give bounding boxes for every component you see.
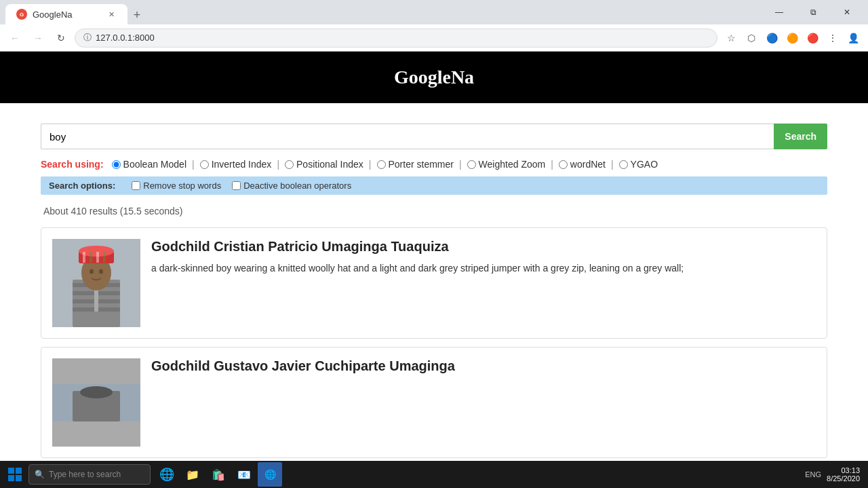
app-title: GoogleNa [394, 67, 474, 88]
page-content: GoogleNa Search Search using: Boolean Mo… [0, 52, 868, 488]
tab-area: G GoogleNa ✕ + [5, 0, 758, 24]
active-tab[interactable]: G GoogleNa ✕ [5, 4, 127, 24]
extension-icon3[interactable]: 🟠 [783, 29, 802, 48]
result-card-2: Godchild Gustavo Javier Cuchiparte Umagi… [41, 347, 827, 458]
radio-inverted-index[interactable]: Inverted Index [200, 159, 272, 170]
back-button[interactable]: ← [5, 29, 24, 48]
svg-rect-23 [8, 468, 14, 474]
result-thumbnail-2 [52, 358, 140, 447]
svg-rect-24 [16, 468, 22, 474]
address-bar: ← → ↻ ⓘ 127.0.0.1:8000 ☆ ⬡ 🔵 🟠 🔴 ⋮ 👤 [0, 24, 868, 52]
svg-point-22 [80, 386, 113, 398]
taskbar-pinned-apps: 🌐 📁 🛍️ 📧 🌐 [155, 462, 282, 487]
taskbar: 🔍 Type here to search 🌐 📁 🛍️ 📧 🌐 ENG 03:… [0, 461, 868, 488]
taskbar-edge[interactable]: 🌐 [155, 462, 179, 487]
more-icon[interactable]: ⋮ [823, 29, 842, 48]
taskbar-chrome[interactable]: 🌐 [258, 462, 282, 487]
radio-ygao[interactable]: YGAO [619, 159, 658, 170]
window-controls: — ⧉ ✕ [764, 0, 863, 24]
radio-wordnet[interactable]: wordNet [559, 159, 606, 170]
taskbar-search-icon: 🔍 [35, 470, 45, 479]
extension-icon4[interactable]: 🔴 [803, 29, 822, 48]
taskbar-date: 8/25/2020 [827, 474, 860, 483]
browser-window: G GoogleNa ✕ + — ⧉ ✕ ← → ↻ ⓘ 127.0.0.1:8… [0, 0, 868, 488]
profile-icon[interactable]: 👤 [844, 29, 863, 48]
checkbox-remove-stop-words[interactable]: Remove stop words [132, 181, 221, 191]
radio-porter-stemmer[interactable]: Porter stemmer [377, 159, 454, 170]
tab-close-button[interactable]: ✕ [106, 9, 117, 20]
result-card-1: Godchild Cristian Patricio Umaginga Tuaq… [41, 227, 827, 339]
main-content: Search Search using: Boolean Model | Inv… [0, 103, 868, 472]
result-image-2 [52, 384, 140, 421]
sep3: | [369, 159, 372, 170]
results-count: About 410 results (15.5 seconds) [41, 206, 827, 217]
extension-icon2[interactable]: 🔵 [762, 29, 781, 48]
checkbox-deactive-boolean[interactable]: Deactive boolean operators [232, 181, 351, 191]
search-box[interactable]: 🔍 Type here to search [28, 464, 151, 485]
svg-rect-26 [16, 475, 22, 481]
taskbar-store[interactable]: 🛍️ [206, 462, 231, 487]
result-content-2: Godchild Gustavo Javier Cuchiparte Umagi… [151, 358, 816, 381]
search-using-label: Search using: [41, 159, 104, 170]
taskbar-explorer[interactable]: 📁 [180, 462, 205, 487]
taskbar-email[interactable]: 📧 [232, 462, 256, 487]
svg-point-19 [99, 269, 103, 274]
url-bar[interactable]: ⓘ 127.0.0.1:8000 [75, 29, 717, 48]
search-bar-row: Search [41, 124, 827, 149]
svg-rect-14 [83, 252, 85, 263]
taskbar-clock: 03:13 8/25/2020 [827, 466, 860, 483]
bookmark-icon[interactable]: ☆ [722, 29, 741, 48]
taskbar-lang: ENG [805, 470, 821, 478]
minimize-button[interactable]: — [764, 0, 795, 24]
maximize-button[interactable]: ⧉ [797, 0, 829, 24]
start-button[interactable] [3, 462, 27, 487]
sep6: | [611, 159, 614, 170]
forward-button[interactable]: → [28, 29, 47, 48]
reload-button[interactable]: ↻ [52, 29, 71, 48]
svg-rect-16 [96, 252, 99, 263]
tab-favicon: G [16, 9, 27, 20]
search-options-bar: Search options: Remove stop words Deacti… [41, 176, 827, 195]
taskbar-search-placeholder: Type here to search [49, 470, 121, 479]
result-image-1 [52, 239, 140, 327]
svg-point-18 [90, 269, 94, 274]
svg-rect-25 [8, 475, 14, 481]
search-using-row: Search using: Boolean Model | Inverted I… [41, 159, 827, 170]
radio-boolean-model[interactable]: Boolean Model [112, 159, 186, 170]
extension-icon1[interactable]: ⬡ [742, 29, 761, 48]
title-bar: G GoogleNa ✕ + — ⧉ ✕ [0, 0, 868, 24]
search-input[interactable] [41, 124, 774, 149]
close-button[interactable]: ✕ [831, 0, 863, 24]
result-description-1: a dark-skinned boy wearing a knitted woo… [151, 261, 816, 276]
tab-label: GoogleNa [33, 10, 73, 20]
app-header: GoogleNa [0, 52, 868, 103]
search-button[interactable]: Search [774, 124, 827, 149]
new-tab-button[interactable]: + [127, 5, 146, 24]
radio-weighted-zoom[interactable]: Weighted Zoom [467, 159, 546, 170]
url-lock-icon: ⓘ [83, 32, 92, 43]
sep1: | [192, 159, 195, 170]
radio-positional-index[interactable]: Positional Index [285, 159, 363, 170]
sep5: | [551, 159, 553, 170]
result-thumbnail-1 [52, 239, 140, 327]
url-text: 127.0.0.1:8000 [96, 33, 155, 43]
result-title-1[interactable]: Godchild Cristian Patricio Umaginga Tuaq… [151, 239, 816, 255]
sep2: | [277, 159, 279, 170]
svg-rect-15 [90, 252, 92, 263]
toolbar-icons: ☆ ⬡ 🔵 🟠 🔴 ⋮ 👤 [722, 29, 863, 48]
svg-rect-17 [103, 252, 106, 263]
search-options-label: Search options: [49, 181, 115, 191]
taskbar-system-tray: ENG 03:13 8/25/2020 [805, 466, 865, 483]
result-content-1: Godchild Cristian Patricio Umaginga Tuaq… [151, 239, 816, 276]
taskbar-time: 03:13 [841, 466, 860, 474]
result-title-2[interactable]: Godchild Gustavo Javier Cuchiparte Umagi… [151, 358, 816, 374]
svg-text:G: G [20, 12, 24, 18]
sep4: | [459, 159, 462, 170]
